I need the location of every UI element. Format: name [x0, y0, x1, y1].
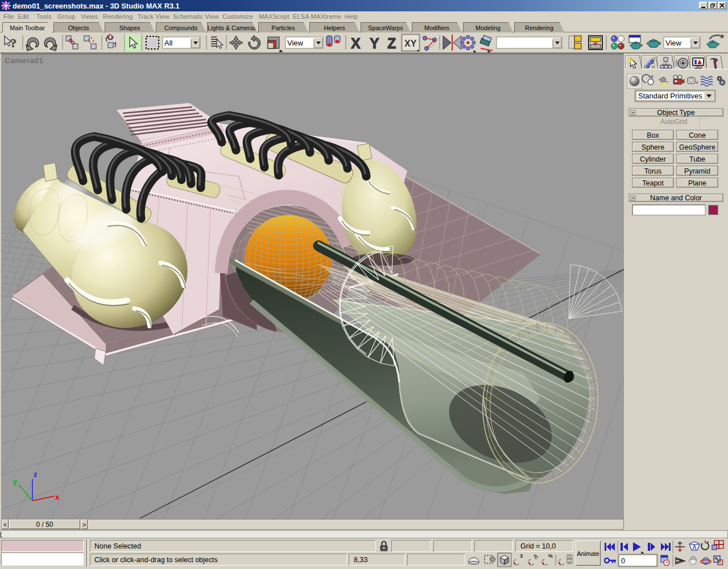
svg-text:Sphere: Sphere — [642, 143, 664, 151]
svg-text:Tube: Tube — [689, 155, 705, 163]
svg-text:Teapot: Teapot — [642, 179, 664, 187]
svg-text:XY: XY — [404, 39, 417, 48]
svg-text:Z: Z — [387, 35, 396, 51]
svg-text:Torus: Torus — [644, 167, 662, 175]
svg-text:x: x — [55, 493, 60, 501]
svg-text:%: % — [548, 553, 553, 559]
svg-text:AutoGrid: AutoGrid — [660, 118, 687, 126]
svg-text:Box: Box — [647, 131, 659, 139]
svg-text:Cone: Cone — [689, 131, 706, 139]
svg-text:?: ? — [10, 36, 16, 50]
svg-text:3: 3 — [520, 553, 523, 559]
svg-text:Standard Primitives: Standard Primitives — [638, 92, 702, 100]
svg-text:Cylinder: Cylinder — [640, 155, 666, 163]
svg-text:X: X — [351, 35, 361, 51]
svg-text:Name and Color: Name and Color — [650, 194, 702, 202]
svg-text:View: View — [665, 39, 682, 47]
svg-text:All: All — [164, 39, 173, 47]
svg-text:y: y — [13, 477, 18, 485]
svg-text:GeoSphere: GeoSphere — [679, 143, 715, 151]
svg-text:Camera01: Camera01 — [5, 56, 44, 65]
svg-text:Y: Y — [370, 35, 379, 51]
svg-text:Pyramid: Pyramid — [684, 167, 710, 175]
svg-text:Plane: Plane — [688, 179, 706, 187]
svg-text:Object Type: Object Type — [657, 109, 695, 117]
svg-text:0: 0 — [621, 557, 625, 565]
svg-text:z: z — [34, 470, 38, 479]
svg-text:View: View — [287, 39, 304, 47]
